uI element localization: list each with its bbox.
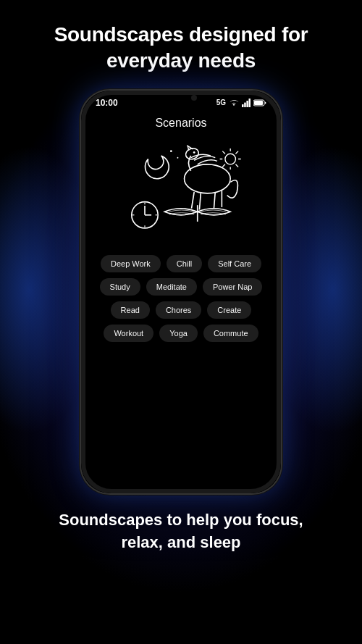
- svg-line-22: [235, 151, 238, 154]
- tags-row-2: Study Meditate Power Nap: [100, 278, 263, 296]
- tag-deep-work[interactable]: Deep Work: [101, 255, 161, 272]
- network-icon: 5G: [216, 99, 226, 106]
- tags-container: Deep Work Chill Self Care Study Meditate…: [81, 252, 281, 345]
- svg-point-15: [225, 154, 236, 165]
- svg-rect-1: [244, 102, 246, 107]
- svg-line-23: [222, 164, 225, 167]
- side-button-left-3: [80, 243, 80, 279]
- tag-yoga[interactable]: Yoga: [159, 325, 198, 342]
- svg-rect-5: [254, 101, 263, 105]
- tag-commute[interactable]: Commute: [203, 325, 258, 342]
- svg-rect-2: [246, 101, 248, 107]
- svg-point-7: [177, 157, 179, 159]
- svg-rect-0: [242, 104, 244, 107]
- svg-line-12: [199, 193, 201, 210]
- phone-screen: 10:00 5G: [81, 91, 281, 493]
- illustration: [81, 133, 281, 252]
- tags-row-4: Workout Yoga Commute: [104, 325, 258, 342]
- scenarios-illustration: [109, 138, 253, 246]
- footer-text: Soundscapes to help you focus, relax, an…: [0, 495, 362, 569]
- tag-meditate[interactable]: Meditate: [146, 278, 197, 296]
- tag-chores[interactable]: Chores: [156, 301, 201, 319]
- phone-wrapper: 10:00 5G: [0, 89, 362, 495]
- side-button-right: [282, 177, 282, 221]
- status-icons: 5G: [216, 99, 266, 107]
- wifi-icon: [229, 99, 239, 107]
- signal-icon: [242, 99, 251, 107]
- tag-create[interactable]: Create: [207, 301, 251, 319]
- svg-line-20: [222, 151, 225, 154]
- status-time: 10:00: [96, 98, 118, 108]
- tags-row-1: Deep Work Chill Self Care: [101, 255, 261, 272]
- tags-row-3: Read Chores Create: [111, 301, 252, 319]
- svg-line-11: [192, 192, 195, 209]
- tag-power-nap[interactable]: Power Nap: [203, 278, 262, 296]
- svg-line-21: [235, 164, 238, 167]
- scenarios-title: Scenarios: [81, 117, 281, 130]
- tag-workout[interactable]: Workout: [104, 325, 153, 342]
- phone-frame: 10:00 5G: [80, 89, 282, 495]
- svg-point-10: [193, 151, 195, 154]
- tag-read[interactable]: Read: [111, 301, 150, 319]
- side-button-left-1: [80, 163, 80, 185]
- phone-notch: [152, 91, 210, 105]
- svg-point-6: [170, 151, 172, 153]
- svg-line-13: [214, 192, 215, 209]
- svg-point-8: [185, 164, 231, 193]
- battery-icon: [253, 99, 266, 106]
- header-title: Soundscapes designed for everyday needs: [0, 0, 362, 89]
- side-button-left-2: [80, 196, 80, 232]
- tag-self-care[interactable]: Self Care: [208, 255, 261, 272]
- tag-chill[interactable]: Chill: [167, 255, 202, 272]
- svg-rect-3: [249, 99, 251, 107]
- tag-study[interactable]: Study: [100, 278, 140, 296]
- camera-dot: [191, 95, 197, 101]
